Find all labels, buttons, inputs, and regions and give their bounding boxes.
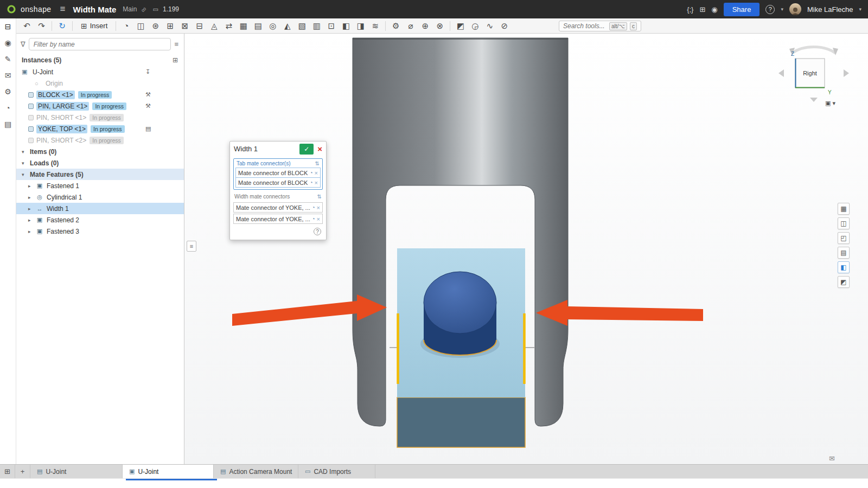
apps-icon[interactable]: ⊞ [699, 5, 705, 14]
origin-row[interactable]: ○ Origin [16, 78, 184, 89]
toolbar-search[interactable]: alt/⌥ c [559, 21, 641, 31]
instance-row-pin-large[interactable]: PIN, LARGE <1> In progress ⚒ [16, 100, 184, 112]
section-view-icon[interactable]: ◫ [838, 217, 850, 229]
undo-icon[interactable]: ↶ [20, 19, 34, 33]
named-positions-icon[interactable]: ▧ [295, 19, 309, 33]
custom-feature-icon[interactable]: ⚙ [388, 19, 403, 33]
view-cube[interactable]: Right Z Y ▣ ▾ [773, 38, 854, 119]
tab-scroll-indicator[interactable] [126, 479, 217, 480]
screw-relation-icon[interactable]: ⊠ [177, 19, 192, 33]
comments-panel-icon[interactable]: ✉ [5, 71, 11, 80]
named-views-icon[interactable]: ◰ [838, 232, 850, 244]
rotate-left-chevron[interactable] [778, 69, 784, 77]
rack-pinion-relation-icon[interactable]: ⊞ [163, 19, 177, 33]
tab-action-camera-mount[interactable]: ▤ Action Camera Mount [214, 465, 298, 478]
insert-button[interactable]: ⊞ Insert [75, 22, 113, 30]
mate-icon[interactable]: ◔ [119, 19, 133, 33]
share-button[interactable]: Share [724, 3, 760, 16]
bom-icon[interactable]: ▥ [309, 19, 324, 33]
mate-row-fastened-1[interactable]: ▸ ▣ Fastened 1 [16, 180, 184, 191]
mass-properties-icon[interactable]: ⊕ [418, 19, 432, 33]
main-menu-icon[interactable]: ≡ [60, 4, 66, 15]
help-icon[interactable]: ? [765, 5, 775, 14]
chevron-down-icon[interactable]: ▾ [22, 172, 29, 177]
settings-panel-icon[interactable]: ⚙ [4, 87, 11, 96]
chevron-right-icon[interactable]: ▸ [28, 217, 35, 223]
items-section-header[interactable]: ▾ Items (0) [16, 146, 184, 157]
link-icon[interactable]: ∞ [139, 4, 148, 14]
chevron-right-icon[interactable]: ▸ [28, 195, 35, 200]
rotate-down-chevron[interactable] [810, 98, 818, 102]
remove-icon[interactable]: × [315, 170, 318, 176]
dialog-header[interactable]: Width 1 ✓ × [230, 142, 326, 156]
chevron-right-icon[interactable]: ▸ [28, 229, 35, 234]
configurations-icon[interactable]: ◧ [339, 19, 353, 33]
chevron-right-icon[interactable]: ▸ [28, 206, 35, 211]
display-states-icon[interactable]: ◨ [353, 19, 368, 33]
mate-connector-row[interactable]: Mate connector of BLOCK ... ◔ × [235, 177, 321, 188]
properties-panel-icon[interactable]: ▤ [4, 120, 11, 129]
edit-in-context-icon[interactable]: ▤ [145, 125, 151, 132]
linear-pattern-icon[interactable]: ▤ [251, 19, 265, 33]
mate-connector-row[interactable]: Mate connector of BLOCK ... ◔ × [235, 168, 321, 178]
redo-icon[interactable]: ↷ [34, 19, 49, 33]
avatar[interactable] [789, 3, 801, 15]
chevron-down-icon[interactable]: ▾ [22, 149, 29, 155]
chevron-down-icon[interactable]: ▾ [859, 7, 861, 12]
instance-row-pin-short-1[interactable]: PIN, SHORT <1> In progress [16, 112, 184, 123]
assembly-3d-view[interactable] [184, 34, 868, 464]
mate-connector-row[interactable]: Mate connector of YOKE, ... ◔ × [233, 202, 323, 213]
insert-instance-icon[interactable]: ⊞ [173, 56, 178, 64]
slate-block-part[interactable] [397, 397, 525, 447]
view-menu-icon[interactable]: ▣ ▾ [825, 100, 835, 106]
tab-u-joint-assembly[interactable]: ▣ U-Joint [123, 465, 214, 478]
remove-icon[interactable]: × [317, 216, 320, 222]
chevron-right-icon[interactable]: ▸ [28, 183, 35, 189]
cancel-button[interactable]: × [317, 144, 322, 153]
hole-icon[interactable]: ◶ [468, 19, 482, 33]
panel-collapse-handle[interactable]: ≡ [187, 241, 196, 252]
configurations-panel-icon[interactable]: ◉ [4, 38, 11, 47]
instance-row-yoke-top[interactable]: YOKE, TOP <1> In progress ▤ [16, 123, 184, 134]
history-panel-icon[interactable]: ◔ [5, 104, 10, 112]
wrench-icon[interactable]: ⚒ [145, 91, 151, 98]
display-mode-icon[interactable]: ▦ [838, 203, 850, 215]
filter-icon[interactable]: ∇ [21, 40, 25, 48]
instance-row-block[interactable]: BLOCK <1> In progress ⚒ [16, 89, 184, 100]
measure-icon[interactable]: ⌀ [403, 19, 418, 33]
dialog-help-icon[interactable]: ? [314, 228, 321, 235]
mate-row-cylindrical-1[interactable]: ▸ ◎ Cylindrical 1 [16, 191, 184, 203]
filter-input[interactable] [29, 38, 171, 50]
instance-row-pin-short-2[interactable]: PIN, SHORT <2> In progress [16, 134, 184, 146]
simulation-icon[interactable]: ≋ [368, 19, 382, 33]
mate-connector-icon[interactable]: ◔ [312, 216, 315, 222]
assembly-pattern-icon[interactable]: ▦ [236, 19, 251, 33]
mate-row-fastened-3[interactable]: ▸ ▣ Fastened 3 [16, 226, 184, 237]
mate-connector-row[interactable]: Mate connector of YOKE, ... ◔ × [233, 214, 323, 224]
learning-center-icon[interactable]: ◉ [711, 5, 717, 14]
new-tab-button[interactable]: + [15, 465, 30, 478]
gear-relation-icon[interactable]: ⊛ [148, 19, 163, 33]
versions-icon[interactable]: ▭ [153, 6, 158, 13]
mate-connector-icon[interactable]: ◔ [312, 204, 315, 210]
chevron-down-icon[interactable]: ▾ [22, 160, 29, 166]
linear-relation-icon[interactable]: ⊟ [192, 19, 207, 33]
wrench-icon[interactable]: ⚒ [145, 102, 151, 110]
pin-part-top[interactable] [424, 272, 496, 333]
graphics-area[interactable]: Right Z Y ▣ ▾ ▦ ◫ ◰ ▤ ◧ ◩ ≡ [184, 34, 868, 464]
mate-features-section-header[interactable]: ▾ Mate Features (5) [16, 169, 184, 180]
assembly-root-row[interactable]: ▣ U-Joint ↧ [16, 66, 184, 78]
loads-section-header[interactable]: ▾ Loads (0) [16, 157, 184, 169]
group-icon[interactable]: ◫ [133, 19, 148, 33]
rotate-arc[interactable] [792, 47, 835, 53]
version-label[interactable]: 1.199 [163, 5, 179, 13]
search-input[interactable] [563, 22, 607, 30]
tab-cad-imports[interactable]: ▭ CAD Imports [298, 465, 375, 478]
drawing-views-icon[interactable]: ▤ [838, 247, 850, 259]
section-view-icon[interactable]: ◩ [453, 19, 468, 33]
appearance-tool-icon[interactable]: ◧ [838, 261, 850, 273]
workspace-label[interactable]: Main [123, 5, 137, 13]
appearance-panel-icon[interactable]: ✎ [5, 55, 11, 63]
appearance-icon[interactable]: ⊡ [324, 19, 339, 33]
remove-icon[interactable]: × [317, 204, 320, 211]
